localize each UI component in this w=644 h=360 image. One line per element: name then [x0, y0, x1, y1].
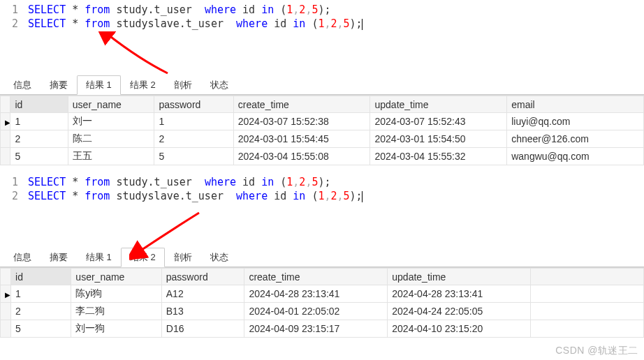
sql-editor-bottom[interactable]: 1 SELECT * from study.t_user where id in… — [0, 172, 644, 206]
result-tabs-top: 信息 摘要 结果 1 结果 2 剖析 状态 — [0, 74, 644, 95]
col-header-password[interactable]: password — [154, 96, 233, 113]
tab-result-2[interactable]: 结果 2 — [121, 248, 165, 267]
tab-profile[interactable]: 剖析 — [165, 248, 201, 267]
col-header-empty — [531, 269, 644, 285]
result-grid-1[interactable]: id user_name password create_time update… — [0, 95, 644, 165]
current-row-indicator-icon — [1, 285, 11, 303]
line-number: 2 — [0, 17, 28, 31]
sql-line-2: SELECT * from studyslave.t_user where id… — [28, 189, 644, 203]
sql-editor-top[interactable]: 1 SELECT * from study.t_user where id in… — [0, 0, 644, 33]
table-row[interactable]: 2 李二狗 B13 2024-04-01 22:05:02 2024-04-24… — [1, 303, 644, 320]
table-row[interactable]: 1 刘一 1 2024-03-07 15:52:38 2024-03-07 15… — [1, 113, 644, 130]
sql-line-1: SELECT * from study.t_user where id in (… — [28, 175, 644, 189]
tab-summary[interactable]: 摘要 — [41, 75, 77, 94]
tab-result-1[interactable]: 结果 1 — [77, 248, 121, 267]
col-header-user-name[interactable]: user_name — [68, 96, 154, 113]
current-row-indicator-icon — [1, 113, 10, 130]
table-row[interactable]: 1 陈yi狗 A12 2024-04-28 23:13:41 2024-04-2… — [1, 285, 644, 303]
line-number: 1 — [0, 3, 28, 17]
col-header-create-time[interactable]: create_time — [233, 96, 370, 113]
col-header-user-name[interactable]: user_name — [71, 269, 161, 285]
col-header-id[interactable]: id — [10, 96, 68, 113]
result-tabs-bottom: 信息 摘要 结果 1 结果 2 剖析 状态 — [0, 246, 644, 267]
tab-result-1[interactable]: 结果 1 — [77, 75, 121, 95]
tab-summary[interactable]: 摘要 — [41, 248, 77, 267]
row-header-blank — [1, 96, 10, 113]
sql-line-2: SELECT * from studyslave.t_user where id… — [28, 17, 644, 31]
sql-line-1: SELECT * from study.t_user where id in (… — [28, 3, 644, 17]
table-row[interactable]: 5 刘一狗 D16 2024-04-09 23:15:17 2024-04-10… — [1, 320, 644, 338]
tab-result-2[interactable]: 结果 2 — [121, 75, 165, 94]
col-header-password[interactable]: password — [161, 269, 244, 285]
table-row[interactable]: 5 王五 5 2024-03-04 15:55:08 2024-03-04 15… — [1, 148, 644, 165]
tab-status[interactable]: 状态 — [201, 75, 237, 94]
col-header-create-time[interactable]: create_time — [244, 269, 388, 285]
line-number: 2 — [0, 189, 28, 203]
col-header-update-time[interactable]: update_time — [388, 269, 531, 285]
result-grid-2[interactable]: id user_name password create_time update… — [0, 267, 644, 338]
col-header-id[interactable]: id — [11, 269, 71, 285]
table-row[interactable]: 2 陈二 2 2024-03-01 15:54:45 2024-03-01 15… — [1, 130, 644, 148]
col-header-update-time[interactable]: update_time — [370, 96, 507, 113]
row-header-blank — [1, 269, 11, 285]
col-header-email[interactable]: email — [507, 96, 644, 113]
tab-info[interactable]: 信息 — [4, 75, 41, 94]
tab-info[interactable]: 信息 — [4, 248, 41, 267]
tab-status[interactable]: 状态 — [201, 248, 237, 267]
watermark: CSDN @轨迷王二 — [555, 345, 638, 357]
line-number: 1 — [0, 175, 28, 189]
tab-profile[interactable]: 剖析 — [165, 75, 201, 94]
